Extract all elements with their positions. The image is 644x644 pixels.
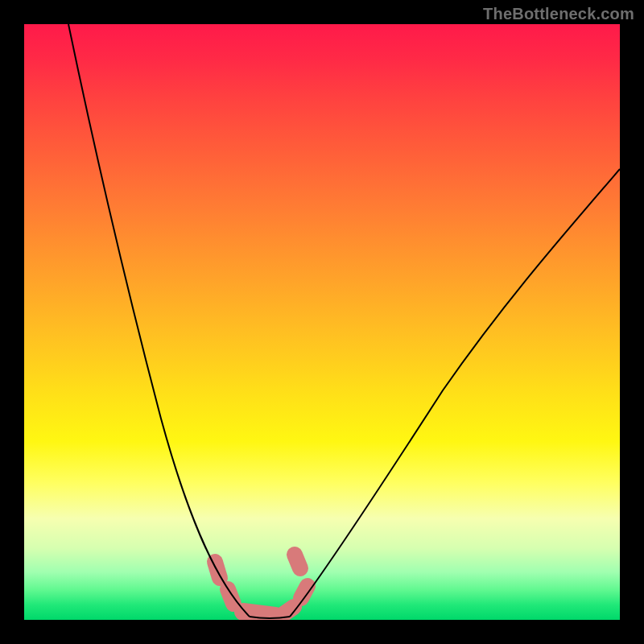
watermark-text: TheBottleneck.com [483, 5, 634, 23]
plot-area [24, 24, 620, 620]
curve-layer [24, 24, 620, 620]
marker-seg [295, 555, 300, 568]
curve-right [290, 169, 620, 617]
marker-seg [301, 586, 308, 598]
curve-left [68, 24, 250, 617]
valley-markers [215, 555, 308, 616]
chart-frame: TheBottleneck.com [0, 0, 644, 644]
